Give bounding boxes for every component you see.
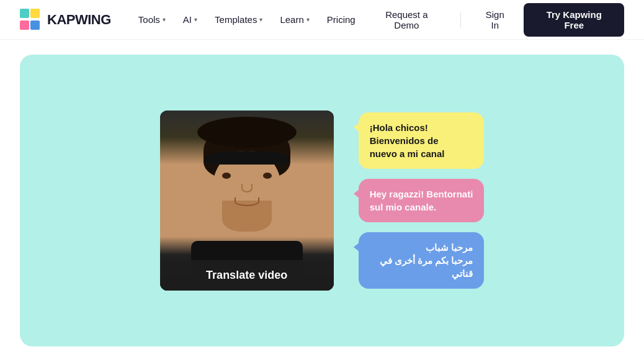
chevron-down-icon: ▾ [259,16,262,23]
bubble-line1: Hey ragazzi! Bentornati [370,188,473,201]
bubble-line1: ¡Hola chicos! [370,121,473,134]
request-demo-button[interactable]: Request a Demo [363,4,450,35]
demo-container: Translate video ¡Hola chicos! Bienvenido… [160,111,485,291]
bubble-line2: Bienvenidos de [370,134,473,147]
bubble-line3: قناتي [370,267,473,280]
bubble-line3: nuevo a mi canal [370,147,473,160]
hero-card: Translate video ¡Hola chicos! Bienvenido… [20,55,624,346]
nav-item-learn[interactable]: Learn ▾ [272,9,316,30]
nav-divider [460,12,461,27]
logo-text: KAPWING [47,12,111,28]
chevron-down-icon: ▾ [194,16,197,23]
chevron-down-icon: ▾ [306,16,310,23]
try-free-button[interactable]: Try Kapwing Free [524,3,624,37]
speech-bubble-spanish: ¡Hola chicos! Bienvenidos de nuevo a mi … [359,112,485,169]
nav-item-tools[interactable]: Tools ▾ [131,9,173,30]
nav-links: Tools ▾ AI ▾ Templates ▾ Learn ▾ Pricing [131,9,363,30]
nav-item-pricing[interactable]: Pricing [320,9,363,30]
bubbles-container: ¡Hola chicos! Bienvenidos de nuevo a mi … [359,112,485,289]
speech-bubble-italian: Hey ragazzi! Bentornati sul mio canale. [359,179,485,222]
video-frame: Translate video [160,111,334,291]
nav-item-ai[interactable]: AI ▾ [176,9,205,30]
video-label-text: Translate video [206,269,287,281]
main-content: Translate video ¡Hola chicos! Bienvenido… [0,40,644,357]
bubble-line2: sul mio canale. [370,201,473,214]
bubble-line2: مرحبا بكم مرة أخرى في [370,254,473,267]
nav-right: Request a Demo Sign In Try Kapwing Free [363,3,624,37]
video-label: Translate video [160,260,334,291]
chevron-down-icon: ▾ [163,16,166,23]
navbar: KAPWING Tools ▾ AI ▾ Templates ▾ Learn ▾… [0,0,644,40]
logo[interactable]: KAPWING [20,9,111,31]
speech-bubble-arabic: مرحبا شباب مرحبا بكم مرة أخرى في قناتي [359,232,485,289]
nav-item-templates[interactable]: Templates ▾ [207,9,270,30]
sign-in-button[interactable]: Sign In [471,4,519,35]
logo-icon [20,9,42,31]
face-eyes [222,173,272,179]
bubble-line1: مرحبا شباب [370,241,473,254]
